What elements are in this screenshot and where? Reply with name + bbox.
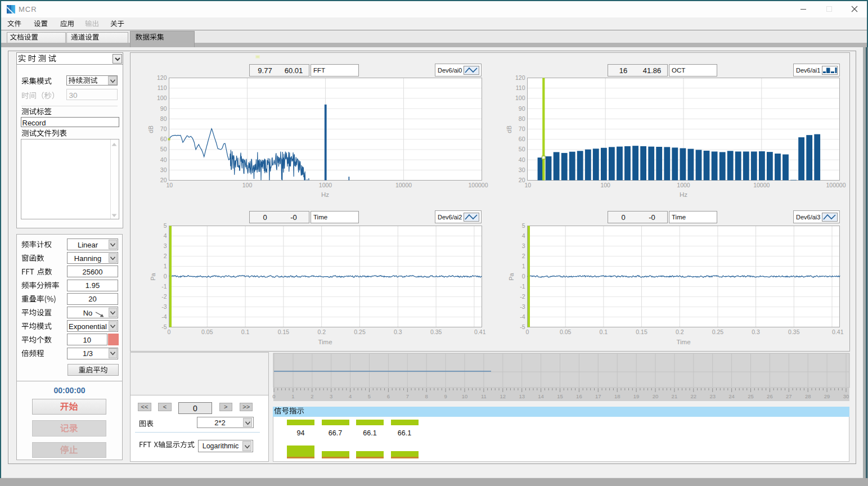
svg-text:0: 0 bbox=[272, 393, 275, 399]
svg-text:26: 26 bbox=[767, 393, 773, 399]
svg-text:14: 14 bbox=[538, 393, 544, 399]
svg-text:27: 27 bbox=[786, 393, 792, 399]
svg-text:10: 10 bbox=[462, 393, 468, 399]
svg-text:30: 30 bbox=[843, 393, 849, 399]
svg-text:13: 13 bbox=[519, 393, 525, 399]
svg-text:23: 23 bbox=[709, 393, 716, 399]
svg-text:17: 17 bbox=[595, 393, 601, 399]
svg-text:12: 12 bbox=[500, 393, 506, 399]
svg-text:25: 25 bbox=[748, 393, 754, 399]
svg-text:28: 28 bbox=[805, 393, 811, 399]
svg-text:15: 15 bbox=[557, 393, 563, 399]
svg-text:7: 7 bbox=[406, 393, 409, 399]
svg-text:3: 3 bbox=[330, 393, 332, 399]
svg-text:2: 2 bbox=[311, 393, 313, 399]
svg-text:8: 8 bbox=[425, 393, 428, 399]
svg-text:29: 29 bbox=[824, 393, 830, 399]
svg-text:24: 24 bbox=[728, 393, 735, 399]
svg-text:6: 6 bbox=[387, 393, 390, 399]
svg-text:19: 19 bbox=[633, 393, 640, 399]
svg-text:22: 22 bbox=[691, 393, 697, 399]
svg-text:11: 11 bbox=[481, 393, 487, 399]
svg-text:1: 1 bbox=[291, 393, 294, 399]
svg-text:18: 18 bbox=[614, 393, 620, 399]
svg-text:16: 16 bbox=[576, 393, 582, 399]
svg-text:21: 21 bbox=[672, 393, 678, 399]
svg-text:9: 9 bbox=[444, 393, 447, 399]
svg-text:5: 5 bbox=[368, 393, 371, 399]
svg-text:4: 4 bbox=[349, 393, 352, 399]
svg-text:20: 20 bbox=[653, 393, 659, 399]
